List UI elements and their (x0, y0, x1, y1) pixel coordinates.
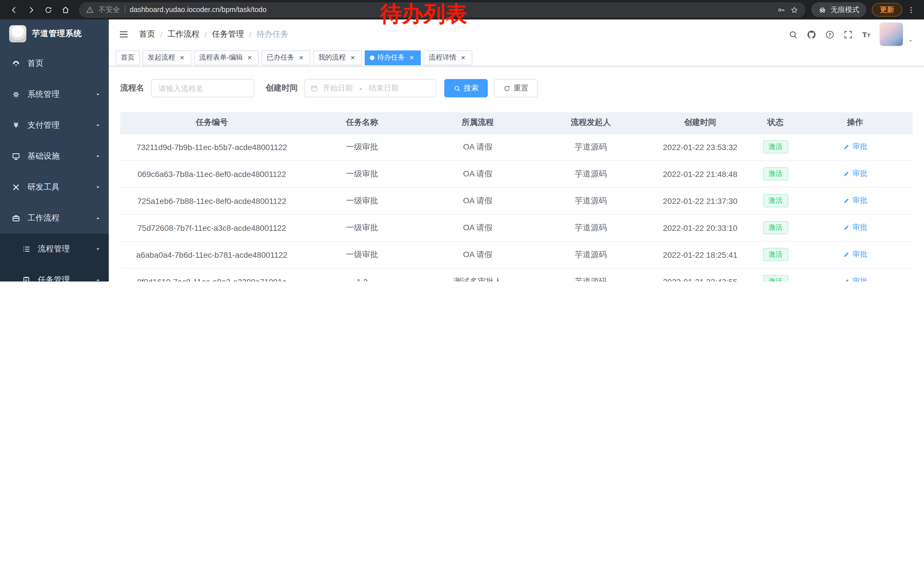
approve-link[interactable]: 审批 (843, 276, 867, 282)
browser-home-button[interactable] (57, 2, 73, 18)
browser-reload-button[interactable] (40, 2, 56, 18)
chevron-down-icon (94, 246, 101, 252)
browser-update-button[interactable]: 更新 (872, 3, 902, 17)
reload-icon (44, 6, 52, 14)
cell-task-name: 一级审批 (303, 214, 421, 241)
sidebar-item-infrastructure[interactable]: 基础设施 (0, 141, 109, 172)
sidebar-item-label: 基础设施 (27, 151, 60, 162)
sidebar-item-home[interactable]: 首页 (0, 48, 109, 79)
tab-label: 流程表单-编辑 (199, 53, 243, 62)
chevron-down-icon (94, 184, 101, 191)
edit-pen-icon (843, 170, 850, 177)
tab-home[interactable]: 首页 (116, 50, 140, 65)
sidebar-item-system-mgmt[interactable]: 系统管理 (0, 79, 109, 110)
sidebar-collapse-icon[interactable] (118, 29, 129, 40)
tab-close-icon[interactable]: × (459, 54, 467, 62)
tab-close-icon[interactable]: × (246, 54, 254, 62)
sidebar-item-dev-tools[interactable]: 研发工具 (0, 172, 109, 203)
tab-process-detail[interactable]: 流程详情× (424, 50, 472, 65)
browser-forward-button[interactable] (23, 2, 39, 18)
logo-image (9, 25, 26, 42)
tab-label: 流程详情 (429, 53, 456, 62)
column-header-6: 操作 (798, 112, 912, 134)
fullscreen-icon[interactable] (843, 30, 853, 39)
tab-label: 待办任务 (377, 53, 405, 62)
table-header-row: 任务编号任务名称所属流程流程发起人创建时间状态操作 (120, 112, 912, 134)
date-range-picker[interactable]: 开始日期 - 结束日期 (304, 79, 436, 98)
sidebar-item-payment-mgmt[interactable]: 支付管理 (0, 110, 109, 141)
tab-todo-tasks[interactable]: 待办任务× (364, 50, 421, 65)
sidebar-item-task-mgmt[interactable]: 任务管理 (0, 264, 109, 281)
cell-task-id: 73211d9d-7b9b-11ec-b5b7-acde48001122 (120, 134, 303, 161)
cell-task-name: 一级审批 (303, 134, 421, 161)
status-badge: 激活 (763, 140, 788, 153)
table-row: 73211d9d-7b9b-11ec-b5b7-acde48001122一级审批… (120, 134, 912, 161)
approve-link[interactable]: 审批 (843, 169, 867, 179)
cell-created-time: 2022-01-22 23:53:32 (647, 134, 753, 161)
breadcrumb-item-1[interactable]: 工作流程 (168, 29, 200, 39)
tab-close-icon[interactable]: × (408, 54, 416, 62)
cell-action: 审批 (798, 214, 912, 241)
tab-process-form-edit[interactable]: 流程表单-编辑× (194, 50, 259, 65)
sidebar-item-label: 任务管理 (38, 275, 70, 281)
home-icon (61, 6, 69, 14)
bookmark-star-icon[interactable] (790, 6, 799, 14)
cell-starter: 芋道源码 (535, 187, 647, 214)
column-header-2: 所属流程 (421, 112, 535, 134)
cell-created-time: 2022-01-22 20:33:10 (647, 214, 753, 241)
status-badge: 激活 (763, 221, 788, 234)
clipboard-icon (22, 275, 31, 281)
cell-task-name: 一级审批 (303, 241, 421, 268)
approve-link[interactable]: 审批 (843, 142, 867, 152)
tab-close-icon[interactable]: × (297, 54, 305, 62)
process-name-label: 流程名 (120, 83, 144, 93)
edit-pen-icon (843, 278, 850, 282)
tab-start-process[interactable]: 发起流程× (142, 50, 191, 65)
search-icon[interactable] (788, 30, 798, 39)
process-name-input[interactable] (151, 79, 254, 98)
breadcrumb-item-0[interactable]: 首页 (139, 29, 155, 39)
cell-status: 激活 (753, 241, 798, 268)
reset-button[interactable]: 重置 (494, 79, 538, 98)
tab-close-icon[interactable]: × (178, 54, 186, 62)
user-avatar[interactable] (880, 23, 903, 46)
cell-action: 审批 (798, 241, 912, 268)
create-time-label: 创建时间 (266, 83, 298, 93)
approve-link[interactable]: 审批 (843, 222, 867, 233)
browser-chrome: 不安全 dashboard.yudao.iocoder.cn/bpm/task/… (0, 0, 924, 20)
sidebar-item-label: 首页 (27, 59, 44, 69)
approve-link[interactable]: 审批 (843, 249, 867, 260)
saved-password-key-icon[interactable] (777, 6, 786, 14)
help-icon[interactable] (825, 30, 835, 39)
cell-status: 激活 (753, 268, 798, 281)
cell-task-id: 75d72608-7b7f-11ec-a3c8-acde48001122 (120, 214, 303, 241)
search-button[interactable]: 搜索 (444, 79, 488, 98)
app-title: 芋道管理系统 (32, 29, 82, 39)
avatar-caret-icon[interactable] (908, 38, 914, 44)
tab-close-icon[interactable]: × (349, 54, 357, 62)
main-panel: 首页/工作流程/任务管理/待办任务 首页发起流程×流程表单-编辑×已办任务×我的… (109, 20, 924, 281)
browser-menu-button[interactable] (903, 2, 918, 17)
app-logo: 芋道管理系统 (0, 20, 109, 48)
column-header-0: 任务编号 (120, 112, 303, 134)
tab-label: 已办任务 (267, 53, 294, 62)
font-size-icon[interactable] (862, 30, 872, 39)
approve-link[interactable]: 审批 (843, 195, 867, 206)
sidebar-item-label: 工作流程 (27, 213, 60, 224)
sidebar-item-process-mgmt[interactable]: 流程管理 (0, 234, 109, 264)
cell-action: 审批 (798, 134, 912, 161)
address-bar[interactable]: 不安全 dashboard.yudao.iocoder.cn/bpm/task/… (79, 2, 806, 18)
top-header: 首页/工作流程/任务管理/待办任务 (109, 20, 924, 49)
tab-done-tasks[interactable]: 已办任务× (262, 50, 310, 65)
browser-back-button[interactable] (6, 2, 22, 18)
github-icon[interactable] (807, 30, 816, 39)
tab-my-process[interactable]: 我的流程× (313, 50, 362, 65)
breadcrumb-item-2[interactable]: 任务管理 (212, 29, 244, 39)
cell-status: 激活 (753, 134, 798, 161)
sidebar-item-workflow[interactable]: 工作流程 (0, 203, 109, 234)
tab-label: 发起流程 (148, 53, 175, 62)
cell-status: 激活 (753, 161, 798, 187)
cell-starter: 芋道源码 (535, 241, 647, 268)
start-date-placeholder: 开始日期 (323, 83, 352, 93)
edit-pen-icon (843, 251, 850, 258)
